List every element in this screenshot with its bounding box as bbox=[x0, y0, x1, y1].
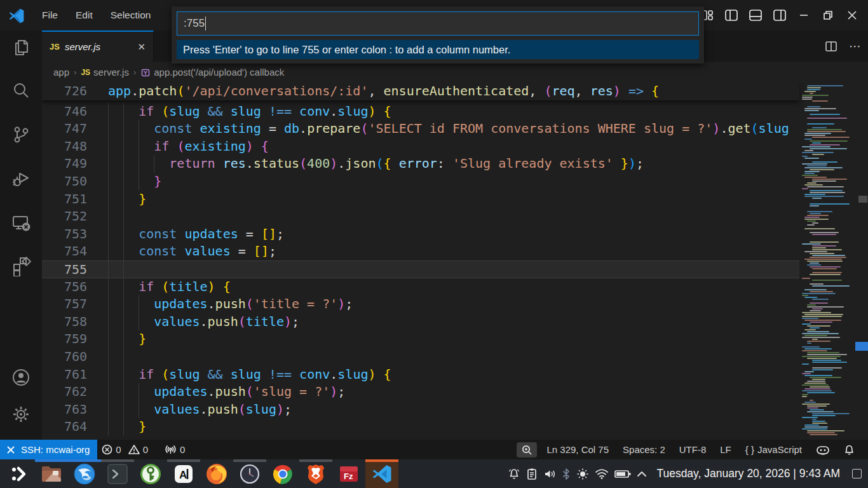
activity-settings-icon[interactable] bbox=[0, 398, 42, 431]
code-line-758[interactable]: 758 values.push(title); bbox=[42, 313, 799, 331]
minimap-line bbox=[804, 133, 831, 134]
minimap-line bbox=[802, 373, 811, 374]
taskbar-chrome-icon[interactable] bbox=[266, 459, 299, 488]
minimap-line bbox=[804, 177, 827, 178]
code-line-764[interactable]: 764 } bbox=[42, 418, 799, 436]
minimap-line bbox=[804, 251, 827, 252]
ports-indicator[interactable]: 0 bbox=[160, 444, 189, 455]
menu-edit[interactable]: Edit bbox=[67, 6, 102, 24]
taskbar-ai-app-icon[interactable]: A bbox=[167, 459, 200, 488]
minimap-line bbox=[810, 190, 843, 191]
code-line-755[interactable]: 755 bbox=[42, 261, 799, 278]
code-line-756[interactable]: 756 if (title) { bbox=[42, 278, 799, 296]
breadcrumb-item[interactable]: JSserver.js bbox=[81, 67, 129, 78]
code-line-760[interactable]: 760 bbox=[42, 348, 799, 366]
minimap-line bbox=[802, 188, 808, 189]
tray-notifications-icon[interactable] bbox=[508, 468, 520, 480]
taskbar-clock-app-icon[interactable] bbox=[233, 459, 266, 488]
taskbar-firefox-icon[interactable] bbox=[200, 459, 233, 488]
minimap[interactable] bbox=[799, 83, 855, 440]
close-icon[interactable]: ✕ bbox=[131, 41, 146, 53]
encoding-indicator[interactable]: UTF-8 bbox=[675, 444, 711, 455]
remote-indicator[interactable]: SSH: mcwai-org bbox=[0, 440, 97, 459]
code-line-747[interactable]: 747 const existing = db.prepare('SELECT … bbox=[42, 120, 799, 138]
code-line-762[interactable]: 762 updates.push('slug = ?'); bbox=[42, 383, 799, 401]
code-line-761[interactable]: 761 if (slug && slug !== conv.slug) { bbox=[42, 366, 799, 384]
scrollbar-thumb[interactable] bbox=[858, 196, 867, 203]
problems-indicator[interactable]: 0 0 bbox=[97, 444, 153, 455]
tray-battery-icon[interactable] bbox=[614, 470, 631, 478]
taskbar-clock[interactable]: Tuesday, January 20, 2026 | 9:43 AM bbox=[656, 467, 840, 480]
tray-volume-icon[interactable] bbox=[543, 468, 556, 480]
code-line-748[interactable]: 748 if (existing) { bbox=[42, 138, 799, 156]
activity-source-control-icon[interactable] bbox=[0, 118, 42, 151]
tray-wifi-icon[interactable] bbox=[595, 468, 609, 479]
more-actions-icon[interactable]: ⋯ bbox=[849, 39, 862, 53]
go-to-line-prompt[interactable]: Press 'Enter' to go to line 755 or enter… bbox=[177, 40, 699, 59]
minimap-line bbox=[810, 274, 841, 275]
taskbar-brave-icon[interactable] bbox=[299, 459, 332, 488]
menu-file[interactable]: File bbox=[33, 6, 67, 24]
code-line-750[interactable]: 750 } bbox=[42, 173, 799, 191]
code-line-751[interactable]: 751 } bbox=[42, 191, 799, 208]
sticky-scroll-line[interactable]: 726app.patch('/api/conversations/:id', e… bbox=[42, 83, 799, 100]
code-line-749[interactable]: 749 return res.status(400).json({ error:… bbox=[42, 155, 799, 173]
activity-explorer-icon[interactable] bbox=[0, 30, 42, 64]
activity-run-debug-icon[interactable] bbox=[0, 162, 42, 195]
restore-button[interactable] bbox=[816, 0, 840, 30]
tray-chevron-up-icon[interactable] bbox=[637, 471, 647, 477]
eol-indicator[interactable]: LF bbox=[715, 444, 736, 455]
taskbar-thunderbird-icon[interactable] bbox=[68, 459, 101, 488]
notifications-bell-icon[interactable] bbox=[839, 444, 859, 456]
tab-server-js[interactable]: JS server.js ✕ bbox=[42, 30, 154, 62]
show-desktop-button[interactable] bbox=[852, 469, 862, 478]
go-to-line-input[interactable]: :755 bbox=[177, 11, 699, 36]
activity-extensions-icon[interactable] bbox=[0, 250, 42, 283]
minimap-line bbox=[804, 402, 816, 403]
taskbar-keepass-icon[interactable] bbox=[134, 459, 167, 488]
split-editor-icon[interactable] bbox=[825, 40, 837, 53]
tray-clipboard-icon[interactable] bbox=[526, 468, 538, 480]
minimap-line bbox=[807, 89, 820, 90]
code-line-759[interactable]: 759 } bbox=[42, 330, 799, 348]
zoom-indicator[interactable] bbox=[517, 442, 537, 458]
code-line-754[interactable]: 754 const values = []; bbox=[42, 243, 799, 261]
activity-account-icon[interactable] bbox=[0, 361, 42, 394]
code-line-753[interactable]: 753 const updates = []; bbox=[42, 226, 799, 243]
code-line-746[interactable]: 746 if (slug && slug !== conv.slug) { bbox=[42, 103, 799, 121]
minimap-line bbox=[802, 175, 818, 176]
toggle-primary-sidebar-button[interactable] bbox=[719, 0, 743, 30]
minimap-line bbox=[812, 413, 850, 414]
language-indicator[interactable]: { } JavaScript bbox=[741, 444, 806, 455]
code-editor[interactable]: 726app.patch('/api/conversations/:id', e… bbox=[42, 83, 868, 440]
minimap-line bbox=[802, 323, 811, 325]
code-line-752[interactable]: 752 bbox=[42, 208, 799, 226]
taskbar-terminal-icon[interactable] bbox=[101, 459, 134, 488]
cursor-position[interactable]: Ln 329, Col 75 bbox=[542, 444, 613, 455]
taskbar-file-manager-icon[interactable] bbox=[35, 459, 68, 488]
breadcrumb-item[interactable]: app bbox=[53, 67, 69, 78]
tray-brightness-icon[interactable] bbox=[576, 468, 589, 480]
minimap-line bbox=[804, 135, 825, 136]
breadcrumb-item[interactable]: app.post('/api/upload') callback bbox=[140, 67, 284, 78]
taskbar-vscode-icon[interactable] bbox=[365, 459, 398, 488]
minimap-line bbox=[804, 388, 831, 390]
code-line-763[interactable]: 763 values.push(slug); bbox=[42, 401, 799, 419]
line-number: 755 bbox=[42, 261, 87, 278]
menu-selection[interactable]: Selection bbox=[102, 6, 160, 24]
taskbar-filezilla-icon[interactable]: Fz bbox=[332, 459, 365, 488]
code-line-757[interactable]: 757 updates.push('title = ?'); bbox=[42, 295, 799, 313]
toggle-secondary-sidebar-button[interactable] bbox=[768, 0, 792, 30]
toggle-panel-button[interactable] bbox=[743, 0, 768, 30]
copilot-icon[interactable] bbox=[811, 444, 834, 456]
tray-bluetooth-icon[interactable] bbox=[562, 468, 571, 480]
activity-remote-explorer-icon[interactable] bbox=[0, 206, 42, 239]
close-button[interactable] bbox=[840, 0, 864, 30]
indentation-indicator[interactable]: Spaces: 2 bbox=[618, 444, 670, 455]
sticky-line-726[interactable]: 726app.patch('/api/conversations/:id', e… bbox=[42, 83, 799, 100]
minimize-button[interactable] bbox=[792, 0, 816, 30]
minimap-line bbox=[802, 417, 818, 418]
activity-search-icon[interactable] bbox=[0, 74, 42, 107]
taskbar-app-menu-icon[interactable] bbox=[5, 459, 33, 488]
overview-ruler[interactable] bbox=[855, 83, 868, 440]
